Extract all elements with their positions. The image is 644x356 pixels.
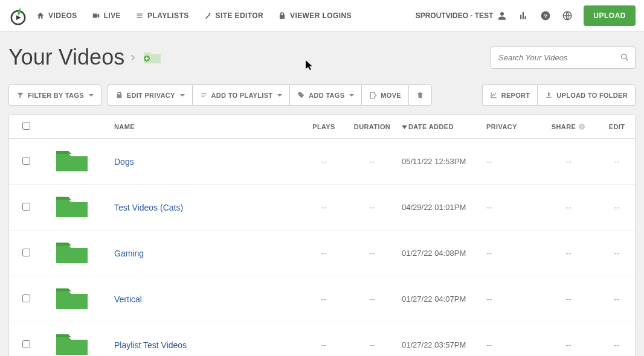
search-icon[interactable]: [620, 52, 630, 62]
duration-cell: --: [345, 157, 399, 167]
nav-live[interactable]: LIVE: [92, 11, 121, 20]
add-to-playlist-button[interactable]: ADD TO PLAYLIST: [192, 84, 290, 106]
folder-name-link[interactable]: Test Videos (Cats): [114, 203, 183, 212]
folder-icon[interactable]: [54, 147, 90, 174]
table-header: NAME PLAYS DURATION DATE ADDED PRIVACY S…: [9, 115, 635, 139]
analytics-icon[interactable]: [518, 10, 529, 21]
list-icon: [135, 11, 144, 20]
share-cell: --: [538, 157, 599, 167]
new-folder-button[interactable]: [141, 50, 163, 65]
nav-playlists[interactable]: PLAYLISTS: [135, 11, 189, 20]
folder-name-link[interactable]: Vertical: [114, 294, 142, 304]
row-checkbox[interactable]: [22, 203, 30, 211]
globe-icon[interactable]: [562, 10, 573, 21]
duration-cell: --: [345, 294, 399, 304]
row-checkbox[interactable]: [22, 249, 30, 256]
upload-button[interactable]: UPLOAD: [584, 5, 636, 26]
col-plays[interactable]: PLAYS: [303, 123, 345, 130]
move-button[interactable]: MOVE: [361, 84, 408, 106]
edit-cell: --: [599, 294, 635, 304]
plays-cell: --: [303, 340, 345, 350]
folder-icon[interactable]: [54, 331, 90, 356]
plays-cell: --: [303, 203, 345, 212]
svg-point-6: [622, 54, 626, 59]
edit-privacy-button[interactable]: EDIT PRIVACY: [108, 84, 192, 106]
folder-name-link[interactable]: Playlist Test Videos: [114, 340, 187, 350]
table-row: Dogs -- -- 05/11/22 12:53PM -- -- --: [9, 139, 635, 185]
col-edit[interactable]: EDIT: [599, 123, 635, 130]
date-cell: 01/27/22 03:57PM: [399, 340, 484, 349]
wand-icon: [204, 11, 212, 20]
nav-videos[interactable]: VIDEOS: [36, 11, 77, 20]
row-checkbox[interactable]: [22, 340, 30, 348]
video-table: NAME PLAYS DURATION DATE ADDED PRIVACY S…: [8, 114, 636, 356]
privacy-cell: --: [484, 157, 538, 167]
col-share[interactable]: SHARE?: [538, 123, 599, 130]
share-cell: --: [538, 203, 599, 212]
svg-marker-7: [402, 126, 407, 129]
delete-button[interactable]: [408, 84, 432, 106]
help-icon[interactable]: ?: [540, 10, 551, 21]
col-name[interactable]: NAME: [112, 123, 303, 130]
svg-text:?: ?: [581, 124, 583, 129]
logo-icon: [8, 6, 28, 25]
privacy-cell: --: [484, 249, 538, 258]
date-cell: 04/29/22 01:01PM: [399, 203, 484, 212]
table-row: Playlist Test Videos -- -- 01/27/22 03:5…: [9, 322, 635, 356]
playlist-icon: [200, 91, 208, 99]
report-button[interactable]: REPORT: [482, 84, 538, 106]
trash-icon: [416, 91, 424, 99]
folder-icon[interactable]: [54, 193, 90, 220]
nav-site-editor[interactable]: SITE EDITOR: [204, 11, 264, 20]
home-icon: [36, 11, 45, 20]
share-cell: --: [538, 294, 599, 304]
svg-text:?: ?: [544, 12, 547, 19]
select-all-checkbox[interactable]: [22, 122, 30, 130]
toolbar: FILTER BY TAGS EDIT PRIVACY ADD TO PLAYL…: [0, 84, 644, 114]
folder-name-link[interactable]: Gaming: [114, 249, 144, 258]
camera-icon: [92, 11, 100, 20]
table-row: Test Videos (Cats) -- -- 04/29/22 01:01P…: [9, 185, 635, 230]
plays-cell: --: [303, 249, 345, 258]
upload-to-folder-button[interactable]: UPLOAD TO FOLDER: [537, 84, 636, 106]
add-tags-button[interactable]: ADD TAGS: [289, 84, 361, 106]
folder-icon[interactable]: [54, 239, 90, 265]
plays-cell: --: [303, 157, 345, 167]
date-cell: 01/27/22 04:08PM: [399, 249, 484, 258]
plays-cell: --: [303, 294, 345, 304]
account-menu[interactable]: SPROUTVIDEO - TEST: [416, 10, 508, 21]
table-row: Vertical -- -- 01/27/22 04:07PM -- -- --: [9, 276, 635, 322]
date-cell: 01/27/22 04:07PM: [399, 294, 484, 304]
top-nav: VIDEOS LIVE PLAYLISTS SITE EDITOR VIEWER…: [0, 0, 644, 31]
lock-icon: [278, 11, 286, 20]
edit-cell: --: [599, 340, 635, 350]
privacy-cell: --: [484, 203, 538, 212]
duration-cell: --: [345, 203, 399, 212]
share-cell: --: [538, 340, 599, 350]
date-cell: 05/11/22 12:53PM: [399, 157, 484, 166]
col-date-added[interactable]: DATE ADDED: [399, 123, 484, 130]
duration-cell: --: [345, 249, 399, 258]
row-checkbox[interactable]: [22, 294, 30, 302]
edit-cell: --: [599, 203, 635, 212]
chart-icon: [490, 91, 498, 99]
col-privacy[interactable]: PRIVACY: [484, 123, 538, 130]
duration-cell: --: [345, 340, 399, 350]
folder-icon[interactable]: [54, 285, 90, 311]
upload-icon: [545, 91, 553, 99]
page-title: Your Videos ›: [8, 45, 163, 70]
col-duration[interactable]: DURATION: [345, 123, 399, 130]
breadcrumb-chevron-icon: ›: [130, 49, 135, 65]
privacy-cell: --: [484, 294, 538, 304]
filter-icon: [16, 91, 24, 99]
folder-name-link[interactable]: Dogs: [114, 157, 134, 167]
edit-cell: --: [599, 249, 635, 258]
row-checkbox[interactable]: [22, 157, 30, 165]
tag-icon: [297, 91, 305, 99]
nav-viewer-logins[interactable]: VIEWER LOGINS: [278, 11, 352, 20]
filter-by-tags-button[interactable]: FILTER BY TAGS: [8, 84, 101, 106]
help-icon: ?: [578, 123, 585, 130]
lock-icon: [115, 91, 123, 99]
user-icon: [497, 10, 507, 21]
search-input[interactable]: [491, 46, 636, 69]
